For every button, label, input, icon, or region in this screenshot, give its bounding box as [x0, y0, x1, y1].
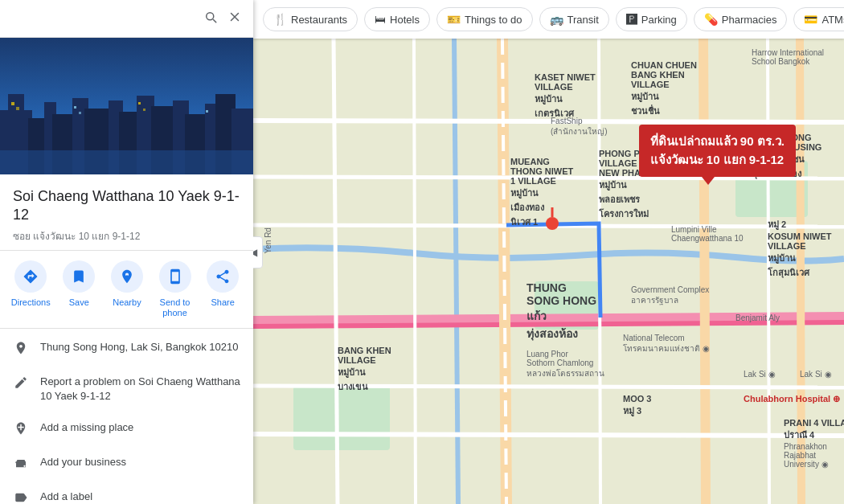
save-label: Save	[69, 297, 89, 308]
svg-rect-24	[206, 110, 208, 113]
nearby-icon	[111, 260, 143, 293]
filter-restaurants[interactable]: 🍴 Restaurants	[263, 7, 358, 31]
info-items: Thung Song Hong, Lak Si, Bangkok 10210 R…	[0, 329, 253, 504]
svg-rect-18	[11, 102, 14, 105]
pharmacies-label: Pharmacies	[722, 14, 777, 26]
send-to-phone-label: Send to phone	[160, 297, 191, 318]
share-button[interactable]: Share	[203, 260, 242, 318]
filter-pharmacies[interactable]: 💊 Pharmacies	[694, 7, 788, 31]
search-bar: Soi Chaeng Watthana 10 Yaek 9-1-12	[0, 0, 253, 38]
restaurants-label: Restaurants	[291, 14, 347, 26]
place-info: Soi Chaeng Watthana 10 Yaek 9-1-12 ซอย แ…	[0, 174, 253, 251]
map-popup: ที่ดินเปล่าถมแล้ว 90 ตร.ว. แจ้งวัฒนะ 10 …	[639, 125, 796, 177]
nearby-button[interactable]: Nearby	[108, 260, 146, 318]
map-area[interactable]: 🍴 Restaurants 🛏 Hotels 🎫 Things to do 🚌 …	[253, 0, 844, 504]
restaurants-icon: 🍴	[273, 13, 287, 26]
cityscape-illustration	[0, 38, 253, 174]
directions-icon	[14, 260, 47, 293]
close-button[interactable]	[226, 8, 244, 29]
atms-label: ATMs	[821, 14, 844, 26]
search-input[interactable]: Soi Chaeng Watthana 10 Yaek 9-1-12	[10, 12, 195, 25]
things-icon: 🎫	[447, 13, 461, 26]
location-icon	[13, 341, 29, 359]
hotels-icon: 🛏	[375, 13, 386, 26]
filter-transit[interactable]: 🚌 Transit	[539, 7, 609, 31]
svg-rect-27	[293, 386, 390, 450]
edit-icon	[13, 375, 29, 393]
add-place-icon	[13, 421, 29, 439]
filter-atms[interactable]: 💳 ATMs	[793, 7, 844, 31]
map-streets	[253, 0, 844, 504]
share-label: Share	[211, 297, 234, 308]
directions-label: Directions	[11, 297, 51, 308]
save-button[interactable]: Save	[59, 260, 98, 318]
add-business-text: Add your business	[40, 455, 126, 469]
add-missing-place-item[interactable]: Add a missing place	[0, 412, 253, 447]
collapse-panel-button[interactable]: ◀	[253, 236, 263, 268]
add-business-item[interactable]: Add your business	[0, 447, 253, 481]
search-button[interactable]	[202, 8, 219, 29]
parking-icon: 🅿	[626, 13, 637, 26]
popup-line2: แจ้งวัฒนะ 10 แยก 9-1-12	[650, 151, 785, 170]
pharmacies-icon: 💊	[704, 13, 718, 26]
address-item[interactable]: Thung Song Hong, Lak Si, Bangkok 10210	[0, 332, 253, 367]
close-icon	[227, 10, 242, 24]
action-buttons: Directions Save Nearby Send to phone Sha	[0, 251, 253, 329]
svg-rect-19	[16, 107, 19, 110]
filter-hotels[interactable]: 🛏 Hotels	[364, 7, 430, 31]
report-text: Report a problem on Soi Chaeng Watthana …	[40, 375, 240, 404]
save-icon	[63, 260, 95, 293]
search-icon	[203, 10, 218, 24]
svg-rect-22	[138, 102, 141, 104]
popup-line1: ที่ดินเปล่าถมแล้ว 90 ตร.ว.	[650, 133, 785, 151]
svg-rect-23	[143, 109, 145, 111]
add-business-icon	[13, 456, 29, 473]
things-label: Things to do	[465, 14, 522, 26]
nearby-label: Nearby	[113, 297, 141, 308]
address-text: Thung Song Hong, Lak Si, Bangkok 10210	[40, 340, 238, 354]
atms-icon: 💳	[804, 13, 817, 26]
send-to-phone-icon	[159, 260, 191, 293]
place-subtitle: ซอย แจ้งวัฒนะ 10 แยก 9-1-12	[13, 228, 240, 244]
place-name: Soi Chaeng Watthana 10 Yaek 9-1-12	[13, 187, 240, 225]
label-icon	[13, 490, 29, 504]
svg-rect-21	[79, 112, 81, 114]
svg-rect-17	[0, 150, 253, 174]
map-background[interactable]: ◀	[253, 0, 844, 504]
add-label-text: Add a label	[40, 490, 92, 504]
directions-button[interactable]: Directions	[11, 260, 51, 318]
hotels-label: Hotels	[390, 14, 420, 26]
parking-label: Parking	[641, 14, 677, 26]
report-item[interactable]: Report a problem on Soi Chaeng Watthana …	[0, 367, 253, 412]
left-panel: Soi Chaeng Watthana 10 Yaek 9-1-12	[0, 0, 253, 504]
transit-label: Transit	[567, 14, 599, 26]
filter-things-to-do[interactable]: 🎫 Things to do	[436, 7, 533, 31]
add-missing-place-text: Add a missing place	[40, 420, 133, 435]
svg-point-30	[546, 217, 559, 230]
transit-icon: 🚌	[550, 13, 563, 26]
send-to-phone-button[interactable]: Send to phone	[156, 260, 195, 318]
svg-rect-20	[74, 106, 76, 109]
add-label-item[interactable]: Add a label	[0, 481, 253, 504]
share-icon	[207, 260, 239, 293]
filter-parking[interactable]: 🅿 Parking	[616, 7, 687, 31]
filter-bar: 🍴 Restaurants 🛏 Hotels 🎫 Things to do 🚌 …	[253, 0, 844, 39]
cover-image	[0, 38, 253, 174]
